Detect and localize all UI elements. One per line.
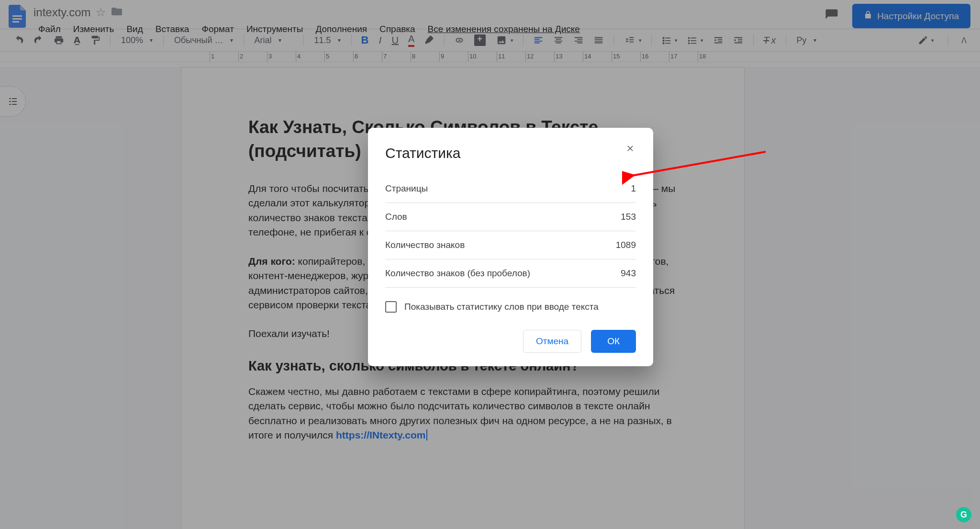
close-icon [625,144,635,153]
stat-label: Страницы [385,183,428,194]
stat-row-words: Слов 153 [385,203,636,231]
stat-label: Слов [385,212,407,222]
grammarly-badge[interactable]: G [956,507,971,522]
stat-row-pages: Страницы 1 [385,175,636,203]
dialog-close-button[interactable] [623,143,638,157]
stat-value: 153 [621,212,636,222]
checkbox-label: Показывать статистику слов при вводе тек… [404,302,599,312]
stat-row-chars-nospaces: Количество знаков (без пробелов) 943 [385,259,636,288]
stat-row-chars: Количество знаков 1089 [385,231,636,259]
cancel-button[interactable]: Отмена [523,330,581,353]
stat-value: 1 [631,183,636,194]
dialog-title: Статистика [385,145,636,161]
ok-button[interactable]: ОК [591,330,636,353]
statistics-dialog: Статистика Страницы 1 Слов 153 Количеств… [368,128,653,366]
stat-value: 1089 [616,240,636,250]
stat-label: Количество знаков (без пробелов) [385,268,530,279]
stat-value: 943 [621,268,636,279]
stat-label: Количество знаков [385,240,465,250]
show-while-typing-checkbox[interactable] [385,301,397,313]
